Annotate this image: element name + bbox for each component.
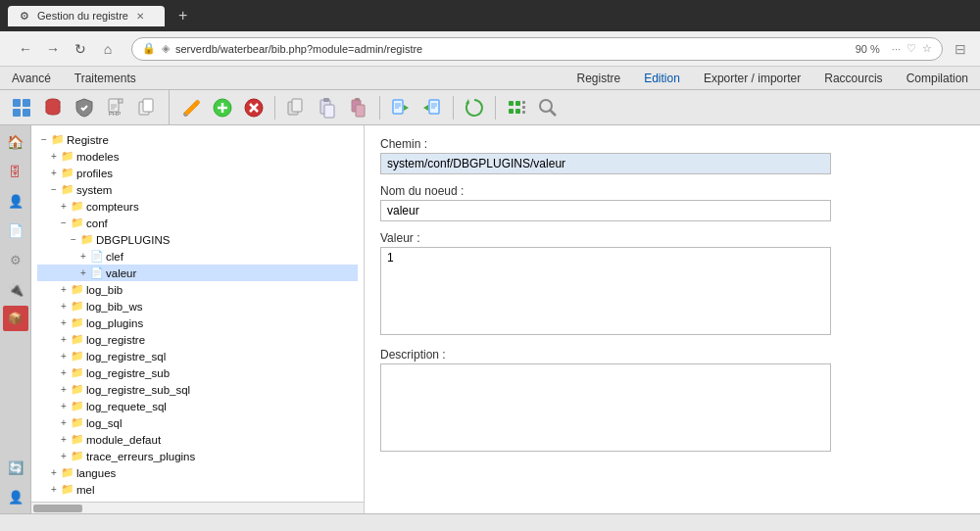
address-bar[interactable]: 🔒 ◈ serverdb/waterbear/bib.php?module=ad… — [131, 37, 943, 61]
toolbar-add-button[interactable] — [209, 94, 236, 121]
toolbar-icon-database[interactable] — [39, 94, 67, 121]
expand-compteurs[interactable]: + — [57, 201, 71, 212]
expand-registre[interactable]: − — [37, 134, 51, 145]
tree-node-log-registre-sql[interactable]: + 📁 log_registre_sql — [37, 348, 358, 364]
expand-valeur[interactable]: + — [76, 267, 90, 278]
home-button[interactable]: ⌂ — [96, 37, 120, 61]
tree-node-trace-erreurs-plugins[interactable]: + 📁 trace_erreurs_plugins — [37, 448, 358, 464]
tree-node-log-bib-ws[interactable]: + 📁 log_bib_ws — [37, 298, 358, 314]
more-button[interactable]: ··· — [892, 43, 901, 55]
expand-modeles[interactable]: + — [47, 151, 61, 162]
tree-node-valeur[interactable]: + 📄 valeur — [37, 265, 358, 281]
sidebar-refresh-icon[interactable]: 🔄 — [3, 455, 28, 480]
expand-clef[interactable]: + — [76, 251, 90, 262]
sidebar-user-icon[interactable]: 👤 — [3, 484, 28, 509]
tree-node-module-defaut[interactable]: + 📁 module_defaut — [37, 431, 358, 448]
expand-langues[interactable]: + — [47, 467, 61, 478]
tree-node-log-registre-sub[interactable]: + 📁 log_registre_sub — [37, 364, 358, 381]
star-icon[interactable]: ☆ — [922, 42, 932, 55]
tree-node-log-registre-sub-sql[interactable]: + 📁 log_registre_sub_sql — [37, 381, 358, 398]
tree-node-log-plugins[interactable]: + 📁 log_plugins — [37, 314, 358, 331]
path-label: Chemin : — [380, 137, 964, 151]
tree-hscrollbar[interactable] — [31, 502, 364, 513]
toolbar-icon-copy[interactable] — [133, 94, 161, 121]
toolbar-search-button[interactable] — [534, 94, 562, 121]
tree-node-profiles[interactable]: + 📁 profiles — [37, 165, 358, 181]
tab-close-button[interactable]: ✕ — [136, 11, 144, 22]
toolbar-icon-shield[interactable] — [71, 94, 98, 121]
tree-node-conf[interactable]: − 📁 conf — [37, 215, 358, 231]
sidebar-person-icon[interactable]: 👤 — [3, 188, 28, 214]
toolbar-delete-button[interactable] — [240, 94, 268, 121]
sidebar-home-icon[interactable]: 🏠 — [3, 129, 28, 155]
sidebar-toggle[interactable]: ⊟ — [949, 41, 972, 57]
toolbar-icon-grid[interactable] — [8, 94, 35, 121]
expand-module-defaut[interactable]: + — [57, 434, 71, 445]
tree-node-langues[interactable]: + 📁 langues — [37, 464, 358, 481]
expand-log-registre[interactable]: + — [57, 334, 71, 345]
expand-log-bib-ws[interactable]: + — [57, 301, 71, 312]
toolbar-dots-button[interactable] — [503, 94, 530, 121]
hscroll-thumb[interactable] — [33, 505, 82, 512]
server-icon: ◈ — [162, 42, 170, 55]
menu-traitements[interactable]: Traitements — [71, 70, 140, 87]
tree-node-dbgplugins[interactable]: − 📁 DBGPLUGINS — [37, 231, 358, 248]
desc-textarea[interactable] — [380, 363, 831, 452]
bookmark-icon[interactable]: ♡ — [906, 42, 916, 55]
toolbar-export-button[interactable] — [387, 94, 415, 121]
new-tab-button[interactable]: + — [172, 5, 193, 26]
path-input[interactable] — [380, 153, 831, 174]
tree-label-clef: clef — [106, 251, 123, 263]
tree-node-log-sql[interactable]: + 📁 log_sql — [37, 414, 358, 431]
expand-log-sql[interactable]: + — [57, 417, 71, 428]
toolbar-import-button[interactable] — [418, 94, 446, 121]
back-button[interactable]: ← — [14, 37, 37, 61]
menu-compilation[interactable]: Compilation — [903, 70, 972, 87]
toolbar-icon-page[interactable]: PHP — [102, 94, 129, 121]
sidebar-gear-icon[interactable]: ⚙ — [3, 247, 28, 272]
toolbar-paste-special-button[interactable] — [345, 94, 372, 121]
folder-icon-modeles: 📁 — [61, 150, 74, 163]
forward-button[interactable]: → — [41, 37, 65, 61]
expand-log-plugins[interactable]: + — [57, 317, 71, 328]
tree-node-compteurs[interactable]: + 📁 compteurs — [37, 198, 358, 215]
value-textarea[interactable]: 1 — [380, 247, 831, 335]
expand-trace-erreurs[interactable]: + — [57, 451, 71, 461]
expand-dbgplugins[interactable]: − — [67, 234, 80, 245]
menu-exporter[interactable]: Exporter / importer — [700, 70, 805, 87]
sidebar-registry-icon[interactable]: 📦 — [3, 306, 28, 331]
browser-tab[interactable]: ⚙ Gestion du registre ✕ — [8, 6, 165, 26]
node-input[interactable] — [380, 200, 831, 221]
toolbar-refresh-button[interactable] — [461, 94, 488, 121]
tree-node-log-bib[interactable]: + 📁 log_bib — [37, 281, 358, 298]
menu-avance[interactable]: Avancé — [8, 70, 55, 87]
sidebar-db-icon[interactable]: 🗄 — [3, 159, 28, 184]
expand-log-requete-sql[interactable]: + — [57, 401, 71, 411]
reload-button[interactable]: ↻ — [69, 37, 92, 61]
toolbar-edit-button[interactable] — [177, 94, 205, 121]
menu-edition[interactable]: Edition — [640, 70, 684, 87]
toolbar-paste-button[interactable] — [314, 94, 341, 121]
tree-node-log-requete-sql[interactable]: + 📁 log_requete_sql — [37, 398, 358, 414]
expand-log-registre-sub[interactable]: + — [57, 367, 71, 378]
sidebar-page-icon[interactable]: 📄 — [3, 217, 28, 243]
tree-node-system[interactable]: − 📁 system — [37, 181, 358, 198]
tree-node-registre[interactable]: − 📁 Registre — [37, 131, 358, 148]
toolbar-copy-button[interactable] — [282, 94, 310, 121]
expand-conf[interactable]: − — [57, 217, 71, 228]
tree-label-log-bib-ws: log_bib_ws — [86, 301, 143, 313]
menu-registre[interactable]: Registre — [573, 70, 625, 87]
tree-label-log-registre-sql: log_registre_sql — [86, 351, 166, 362]
tree-node-log-registre[interactable]: + 📁 log_registre — [37, 331, 358, 348]
expand-profiles[interactable]: + — [47, 168, 61, 178]
expand-mel[interactable]: + — [47, 484, 61, 495]
tree-node-clef[interactable]: + 📄 clef — [37, 248, 358, 265]
sidebar-plugin-icon[interactable]: 🔌 — [3, 276, 28, 302]
tree-node-mel[interactable]: + 📁 mel — [37, 481, 358, 498]
expand-log-registre-sql[interactable]: + — [57, 351, 71, 362]
menu-raccourcis[interactable]: Raccourcis — [820, 70, 886, 87]
expand-system[interactable]: − — [47, 184, 61, 195]
expand-log-bib[interactable]: + — [57, 284, 71, 295]
expand-log-registre-sub-sql[interactable]: + — [57, 384, 71, 395]
tree-node-modeles[interactable]: + 📁 modeles — [37, 148, 358, 165]
